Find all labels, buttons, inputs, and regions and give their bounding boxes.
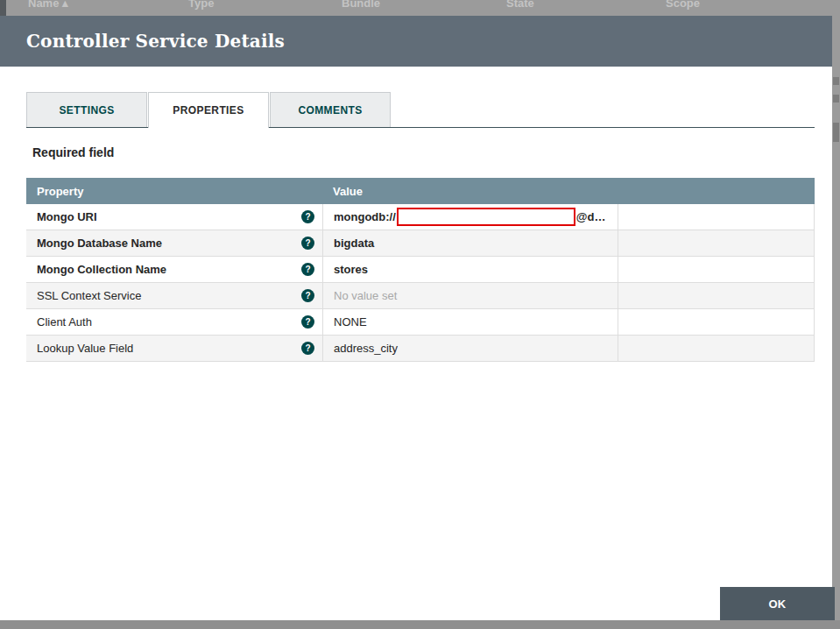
property-name: Mongo URI	[37, 210, 97, 223]
table-row: Lookup Value Field ? address_city	[26, 336, 815, 362]
property-name-cell: Mongo Collection Name ?	[26, 257, 322, 282]
help-glyph: ?	[305, 238, 310, 248]
property-name-cell: Mongo URI ?	[26, 204, 322, 230]
property-value: stores	[334, 263, 368, 276]
help-glyph: ?	[305, 291, 310, 300]
property-value-cell: stores	[322, 257, 618, 282]
column-header-property: Property	[26, 185, 322, 198]
tab-comments[interactable]: COMMENTS	[270, 92, 391, 127]
background-column-state: State	[506, 0, 534, 10]
tab-comments-label: COMMENTS	[298, 104, 362, 117]
help-icon[interactable]: ?	[301, 263, 314, 276]
tab-settings-label: SETTINGS	[59, 104, 114, 117]
property-name-cell: Lookup Value Field ?	[26, 336, 322, 361]
property-value-cell: NONE	[322, 309, 618, 335]
background-artifact	[833, 123, 839, 142]
help-icon[interactable]: ?	[301, 210, 314, 223]
background-table-header: Name ▴ Type Bundle State Scope	[0, 0, 840, 16]
tab-properties-label: PROPERTIES	[173, 104, 244, 117]
property-value-cell: address_city	[322, 336, 618, 361]
property-name: Lookup Value Field	[37, 342, 133, 355]
row-actions-cell	[618, 204, 815, 230]
background-right-sliver	[832, 0, 840, 629]
background-column-name: Name ▴	[28, 0, 68, 10]
background-bottom-strip	[0, 620, 840, 629]
background-artifact	[833, 95, 839, 102]
property-value: NONE	[334, 315, 367, 329]
background-column-type: Type	[188, 0, 214, 10]
uri-value-prefix: mongodb://	[334, 210, 396, 223]
ok-button[interactable]: OK	[720, 587, 835, 620]
table-row: Mongo Database Name ? bigdata	[26, 230, 815, 257]
uri-value-suffix: @d…	[576, 210, 606, 223]
background-left-edge	[0, 0, 6, 16]
background-artifact	[833, 77, 839, 85]
property-name-cell: SSL Context Service ?	[26, 283, 322, 308]
dialog-title: Controller Service Details	[26, 31, 285, 52]
property-value-unset: No value set	[334, 289, 397, 302]
column-header-property-label: Property	[37, 185, 83, 198]
background-column-name-label: Name	[28, 0, 59, 10]
property-name-cell: Mongo Database Name ?	[26, 230, 322, 256]
required-field-label: Required field	[32, 145, 114, 159]
column-header-value: Value	[322, 185, 618, 198]
row-actions-cell	[618, 230, 815, 256]
property-name: SSL Context Service	[37, 289, 141, 302]
row-actions-cell	[618, 283, 815, 308]
table-row: Mongo Collection Name ? stores	[26, 257, 815, 283]
sensitive-value-field[interactable]	[397, 208, 575, 226]
help-glyph: ?	[305, 212, 310, 222]
tab-settings[interactable]: SETTINGS	[26, 92, 147, 127]
help-icon[interactable]: ?	[301, 237, 314, 250]
row-actions-cell	[618, 336, 815, 361]
property-value: bigdata	[334, 237, 374, 250]
dialog-header: Controller Service Details	[0, 16, 832, 67]
tab-properties[interactable]: PROPERTIES	[148, 92, 269, 128]
property-value-cell: mongodb:// @d…	[322, 204, 618, 230]
properties-table: Property Value Mongo URI ? mongodb:// @d…	[26, 178, 815, 362]
controller-service-details-dialog: Controller Service Details SETTINGS PROP…	[0, 16, 832, 620]
help-glyph: ?	[305, 265, 310, 274]
property-name-cell: Client Auth ?	[26, 309, 322, 335]
row-actions-cell	[618, 257, 815, 282]
property-name: Client Auth	[37, 315, 92, 329]
property-name: Mongo Collection Name	[37, 263, 166, 276]
property-value: address_city	[334, 342, 398, 355]
background-column-bundle: Bundle	[342, 0, 380, 10]
property-value-cell: bigdata	[322, 230, 618, 256]
help-icon[interactable]: ?	[301, 342, 314, 355]
help-glyph: ?	[305, 343, 310, 353]
sort-arrow-icon: ▴	[62, 0, 68, 10]
tab-bar: SETTINGS PROPERTIES COMMENTS	[26, 92, 392, 128]
properties-table-header: Property Value	[26, 178, 815, 204]
background-column-scope: Scope	[666, 0, 700, 10]
property-value-cell: No value set	[322, 283, 618, 308]
row-actions-cell	[618, 309, 815, 335]
column-header-value-label: Value	[333, 185, 363, 198]
help-icon[interactable]: ?	[301, 315, 314, 329]
table-row: Mongo URI ? mongodb:// @d…	[26, 204, 815, 230]
table-row: Client Auth ? NONE	[26, 309, 815, 336]
help-icon[interactable]: ?	[301, 289, 314, 302]
property-name: Mongo Database Name	[37, 237, 162, 250]
help-glyph: ?	[305, 317, 310, 327]
table-row: SSL Context Service ? No value set	[26, 283, 815, 309]
